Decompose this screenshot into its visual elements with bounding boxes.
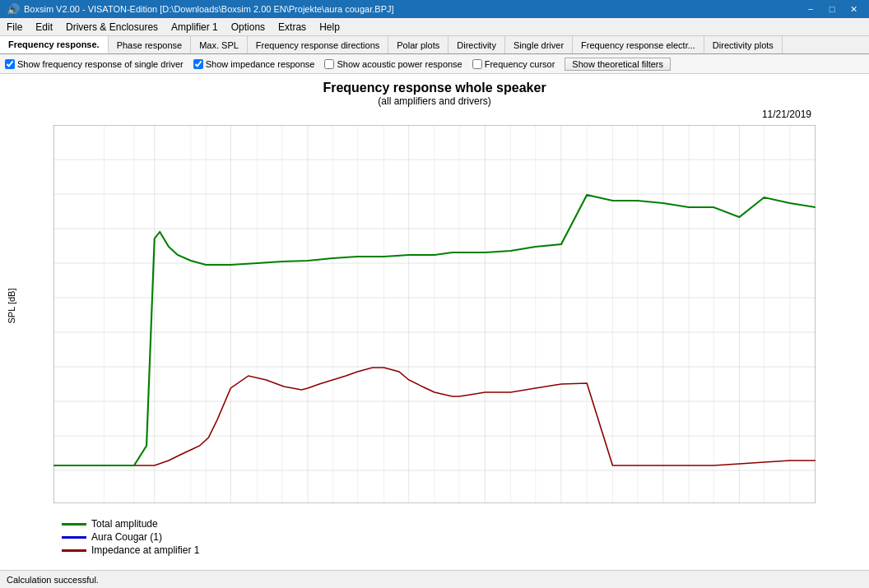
menu-item-edit[interactable]: Edit: [29, 18, 59, 35]
titlebar-controls: − □ ✕: [802, 2, 862, 16]
legend-label-aura: Aura Cougar (1): [91, 531, 162, 543]
legend-label-impedance: Impedance at amplifier 1: [91, 544, 199, 556]
tab-2[interactable]: Max. SPL: [191, 36, 248, 53]
y-axis-left-label: SPL [dB]: [7, 288, 16, 323]
show-theoretical-filters-button[interactable]: Show theoretical filters: [565, 58, 671, 71]
titlebar-title: Boxsim V2.00 - VISATON-Edition [D:\Downl…: [24, 4, 802, 14]
tab-0[interactable]: Frequency response.: [0, 36, 109, 53]
tab-1[interactable]: Phase response: [109, 36, 192, 53]
menu-item-file[interactable]: File: [0, 18, 29, 35]
show-single-driver-label: Show frequency response of single driver: [17, 59, 184, 69]
legend-item-impedance: Impedance at amplifier 1: [62, 544, 861, 556]
legend-item-aura: Aura Cougar (1): [62, 531, 861, 543]
frequency-cursor-check[interactable]: Frequency cursor: [472, 59, 555, 69]
show-impedance-label: Show impedance response: [206, 59, 315, 69]
show-impedance-check[interactable]: Show impedance response: [193, 59, 315, 69]
minimize-button[interactable]: −: [802, 2, 820, 16]
show-acoustic-label: Show acoustic power response: [337, 59, 462, 69]
main-content: Frequency response whole speaker (all am…: [0, 74, 869, 570]
app-icon: 🔊: [7, 3, 20, 16]
chart-date: 11/21/2019: [762, 109, 811, 120]
menubar: FileEditDrivers & EnclosuresAmplifier 1O…: [0, 18, 869, 36]
status-text: Calculation successful.: [7, 575, 99, 585]
show-impedance-checkbox[interactable]: [193, 59, 203, 69]
frequency-cursor-checkbox[interactable]: [472, 59, 482, 69]
legend-color-total: [62, 523, 86, 525]
maximize-button[interactable]: □: [823, 2, 841, 16]
legend-item-total: Total amplitude: [62, 518, 861, 530]
tab-7[interactable]: Frequency response electr...: [573, 36, 704, 53]
show-single-driver-check[interactable]: Show frequency response of single driver: [5, 59, 184, 69]
chart-area: 11/21/2019 SPL [dB]: [8, 109, 861, 512]
show-acoustic-check[interactable]: Show acoustic power response: [324, 59, 462, 69]
tab-4[interactable]: Polar plots: [388, 36, 448, 53]
chart-main-title: Frequency response whole speaker: [8, 81, 861, 95]
menu-item-amplifier-1[interactable]: Amplifier 1: [165, 18, 225, 35]
chart-svg: 20 50 100 200 500 1000 2000 5000 10000 2…: [53, 125, 816, 503]
menu-item-extras[interactable]: Extras: [272, 18, 313, 35]
tab-5[interactable]: Directivity: [448, 36, 505, 53]
legend-color-impedance: [62, 549, 86, 552]
menu-item-help[interactable]: Help: [313, 18, 346, 35]
menu-item-options[interactable]: Options: [225, 18, 272, 35]
show-acoustic-checkbox[interactable]: [324, 59, 334, 69]
tab-3[interactable]: Frequency response directions: [248, 36, 388, 53]
tabbar: Frequency response.Phase responseMax. SP…: [0, 36, 869, 54]
frequency-cursor-label: Frequency cursor: [485, 59, 555, 69]
legend-label-total: Total amplitude: [91, 518, 158, 530]
tab-8[interactable]: Directivity plots: [704, 36, 783, 53]
chart-subtitle: (all amplifiers and drivers): [8, 95, 861, 107]
menu-item-drivers-&-enclosures[interactable]: Drivers & Enclosures: [59, 18, 165, 35]
close-button[interactable]: ✕: [844, 2, 862, 16]
y-axis-left: SPL [dB]: [8, 125, 49, 487]
toolbar: Show frequency response of single driver…: [0, 54, 869, 74]
y-axis-right: [816, 125, 861, 487]
legend: Total amplitude Aura Cougar (1) Impedanc…: [8, 518, 861, 556]
statusbar: Calculation successful.: [0, 570, 869, 588]
legend-color-aura: [62, 536, 86, 539]
show-single-driver-checkbox[interactable]: [5, 59, 15, 69]
chart-title: Frequency response whole speaker (all am…: [8, 81, 861, 107]
tab-6[interactable]: Single driver: [505, 36, 573, 53]
titlebar: 🔊 Boxsim V2.00 - VISATON-Edition [D:\Dow…: [0, 0, 869, 18]
